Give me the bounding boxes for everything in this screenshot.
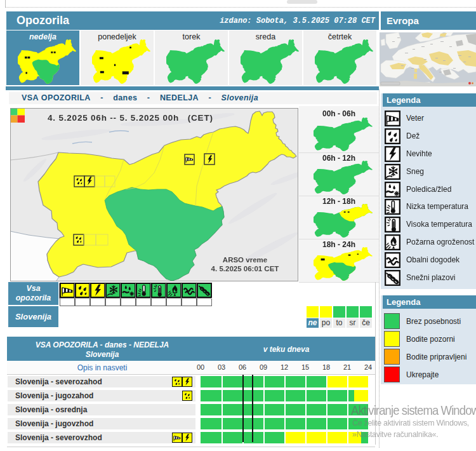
- svg-text:4. 5.2025 06h -- 5. 5.2025: 4. 5.2025 06h -- 5. 5.2025 00h (CET): [48, 113, 213, 123]
- svg-text:4. 5.2025 06:01 CET: 4. 5.2025 06:01 CET: [211, 265, 279, 273]
- svg-text:ARSO vreme: ARSO vreme: [223, 256, 267, 264]
